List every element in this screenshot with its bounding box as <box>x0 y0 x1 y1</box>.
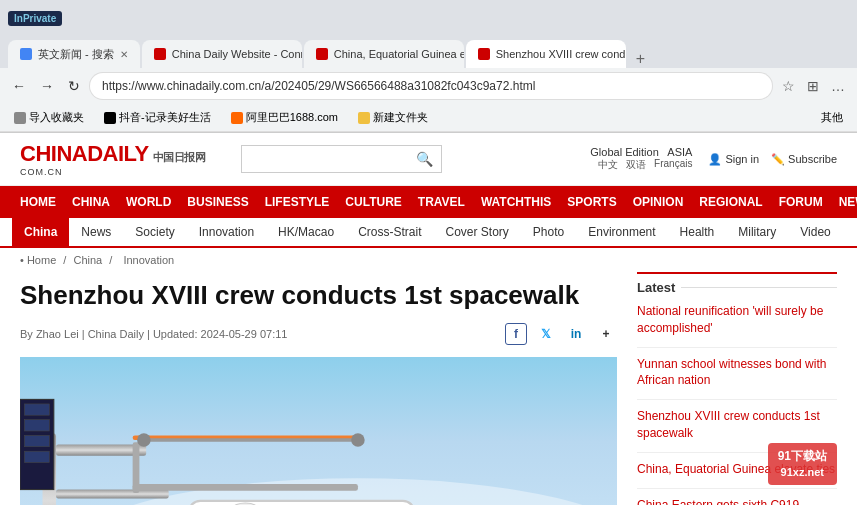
tab-3[interactable]: China, Equatorial Guinea el... ✕ <box>304 40 464 68</box>
logo: CHINADAILY中国日报网 COM.CN <box>20 141 205 177</box>
sidebar-item-2: Shenzhou XVIII crew conducts 1st spacewa… <box>637 408 837 442</box>
lang-zh[interactable]: 中文 <box>598 158 618 172</box>
tab-favicon-3 <box>316 48 328 60</box>
twitter-share-button[interactable]: 𝕏 <box>535 323 557 345</box>
tab-4[interactable]: Shenzhou XVIII crew condu... ✕ <box>466 40 626 68</box>
refresh-button[interactable]: ↻ <box>64 74 84 98</box>
sidebar-link-1[interactable]: Yunnan school witnesses bond with Africa… <box>637 357 826 388</box>
sub-nav-china[interactable]: China <box>12 217 69 247</box>
lang-bilingual[interactable]: 双语 <box>626 158 646 172</box>
logo-sub: COM.CN <box>20 167 205 177</box>
nav-forum[interactable]: FORUM <box>771 186 831 218</box>
signin-label: Sign in <box>725 153 759 165</box>
linkedin-share-button[interactable]: in <box>565 323 587 345</box>
logo-text-daily: DAILY <box>87 141 148 166</box>
nav-travel[interactable]: TRAVEL <box>410 186 473 218</box>
social-icons: f 𝕏 in + <box>505 323 617 345</box>
facebook-share-button[interactable]: f <box>505 323 527 345</box>
sub-nav-health[interactable]: Health <box>668 217 727 247</box>
sub-nav-innovation[interactable]: Innovation <box>187 217 266 247</box>
website-content: CHINADAILY中国日报网 COM.CN 🔍 Global Edition … <box>0 133 857 505</box>
tab-favicon-2 <box>154 48 166 60</box>
bookmark-douyin[interactable]: 抖音-记录美好生活 <box>98 108 217 127</box>
sub-nav-society[interactable]: Society <box>123 217 186 247</box>
subscribe-link[interactable]: ✏️ Subscribe <box>771 153 837 166</box>
tab-close-1[interactable]: ✕ <box>120 49 128 60</box>
sidebar-divider-3 <box>637 488 837 489</box>
sub-nav-crossstrait[interactable]: Cross-Strait <box>346 217 433 247</box>
svg-point-19 <box>137 433 151 447</box>
tab-label-2: China Daily Website - Conn... <box>172 48 302 60</box>
sidebar-link-2[interactable]: Shenzhou XVIII crew conducts 1st spacewa… <box>637 409 820 440</box>
subscribe-label: Subscribe <box>788 153 837 165</box>
nav-opinion[interactable]: OPINION <box>625 186 692 218</box>
back-button[interactable]: ← <box>8 74 30 98</box>
bookmark-alibaba[interactable]: 阿里巴巴1688.com <box>225 108 344 127</box>
main-nav: HOME CHINA WORLD BUSINESS LIFESTYLE CULT… <box>0 186 857 218</box>
collections-button[interactable]: ⊞ <box>803 74 823 98</box>
favorites-button[interactable]: ☆ <box>778 74 799 98</box>
sidebar-link-4[interactable]: China Eastern gets sixth C919 airliner <box>637 498 799 505</box>
forward-button[interactable]: → <box>36 74 58 98</box>
bookmark-folder[interactable]: 新建文件夹 <box>352 108 434 127</box>
new-tab-button[interactable]: + <box>628 50 653 68</box>
svg-rect-10 <box>133 484 358 491</box>
sidebar-latest-title: Latest <box>637 280 837 295</box>
sub-nav-news[interactable]: News <box>69 217 123 247</box>
article-meta: By Zhao Lei | China Daily | Updated: 202… <box>20 323 617 345</box>
sub-nav: China News Society Innovation HK/Macao C… <box>0 218 857 248</box>
logo-cn: 中国日报网 <box>153 151 206 163</box>
nav-china[interactable]: CHINA <box>64 186 118 218</box>
tab-label-3: China, Equatorial Guinea el... <box>334 48 464 60</box>
sidebar-link-0[interactable]: National reunification 'will surely be a… <box>637 304 823 335</box>
address-bar: ← → ↻ ☆ ⊞ … <box>0 68 857 104</box>
breadcrumb-sep2: / <box>109 254 112 266</box>
search-box: 🔍 <box>241 145 442 173</box>
nav-newspaper[interactable]: NEWSPAPER <box>831 186 857 218</box>
sub-nav-environment[interactable]: Environment <box>576 217 667 247</box>
nav-home[interactable]: HOME <box>12 186 64 218</box>
bookmarks-bar: 导入收藏夹 抖音-记录美好生活 阿里巴巴1688.com 新建文件夹 其他 <box>0 104 857 132</box>
nav-regional[interactable]: REGIONAL <box>691 186 770 218</box>
breadcrumb-section[interactable]: China <box>73 254 102 266</box>
tab-2[interactable]: China Daily Website - Conn... ✕ <box>142 40 302 68</box>
sub-nav-video[interactable]: Video <box>788 217 842 247</box>
breadcrumb-home[interactable]: Home <box>27 254 56 266</box>
nav-sports[interactable]: SPORTS <box>559 186 624 218</box>
nav-watchthis[interactable]: WATCHTHIS <box>473 186 559 218</box>
tab-1[interactable]: 英文新闻 - 搜索 ✕ <box>8 40 140 68</box>
edition-top: Global Edition ASIA <box>590 146 692 158</box>
logo-text-china: CHINA <box>20 141 87 166</box>
nav-lifestyle[interactable]: LIFESTYLE <box>257 186 338 218</box>
address-input[interactable] <box>90 73 772 99</box>
bookmark-label-folder: 新建文件夹 <box>373 110 428 125</box>
article-container: Shenzhou XVIII crew conducts 1st spacewa… <box>0 272 857 505</box>
nav-business[interactable]: BUSINESS <box>179 186 256 218</box>
article-image-svg <box>20 357 617 505</box>
search-button[interactable]: 🔍 <box>408 151 441 167</box>
tab-favicon-4 <box>478 48 490 60</box>
search-input[interactable] <box>242 146 408 172</box>
sub-nav-coverstory[interactable]: Cover Story <box>433 217 520 247</box>
settings-button[interactable]: … <box>827 74 849 98</box>
sub-nav-hkmacao[interactable]: HK/Macao <box>266 217 346 247</box>
user-icon: 👤 <box>708 153 722 166</box>
svg-rect-12 <box>189 501 414 505</box>
bookmark-label-other: 其他 <box>821 110 843 125</box>
sidebar-divider-0 <box>637 347 837 348</box>
sub-nav-military[interactable]: Military <box>726 217 788 247</box>
sub-nav-photo[interactable]: Photo <box>521 217 576 247</box>
header-user: 👤 Sign in ✏️ Subscribe <box>708 153 837 166</box>
lang-fr[interactable]: Français <box>654 158 692 172</box>
watermark: 91下载站 91xz.net <box>768 443 837 485</box>
bookmark-other[interactable]: 其他 <box>815 108 849 127</box>
sidebar-divider-1 <box>637 399 837 400</box>
signin-link[interactable]: 👤 Sign in <box>708 153 759 166</box>
more-share-button[interactable]: + <box>595 323 617 345</box>
edition-region: ASIA <box>667 146 692 158</box>
bookmark-import[interactable]: 导入收藏夹 <box>8 108 90 127</box>
bookmark-favicon-douyin <box>104 112 116 124</box>
nav-world[interactable]: WORLD <box>118 186 179 218</box>
breadcrumb-subsection: Innovation <box>123 254 174 266</box>
nav-culture[interactable]: CULTURE <box>337 186 409 218</box>
